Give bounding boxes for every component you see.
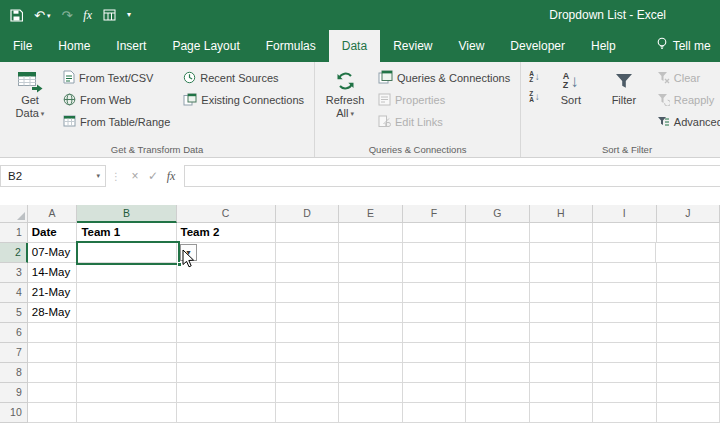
cell-D7[interactable] bbox=[276, 343, 339, 363]
cell-F5[interactable] bbox=[403, 303, 466, 323]
column-header-I[interactable]: I bbox=[593, 205, 656, 223]
row-header-6[interactable]: 6 bbox=[0, 323, 28, 343]
cell-H6[interactable] bbox=[530, 323, 593, 343]
customize-qat-icon[interactable]: ▾ bbox=[127, 11, 131, 19]
cell-A5[interactable]: 28-May bbox=[28, 303, 78, 323]
cell-H8[interactable] bbox=[530, 363, 593, 383]
name-box-caret-icon[interactable]: ▾ bbox=[96, 172, 105, 180]
cell-D5[interactable] bbox=[276, 303, 339, 323]
cell-J6[interactable] bbox=[657, 323, 720, 343]
tab-review[interactable]: Review bbox=[380, 30, 445, 62]
cell-B5[interactable] bbox=[77, 303, 176, 323]
cell-G3[interactable] bbox=[466, 263, 529, 283]
cell-E5[interactable] bbox=[339, 303, 402, 323]
column-header-H[interactable]: H bbox=[530, 205, 593, 223]
formula-bar-resizer[interactable]: ⋮ bbox=[106, 171, 126, 182]
tab-insert[interactable]: Insert bbox=[103, 30, 159, 62]
cell-C1[interactable]: Team 2 bbox=[177, 223, 276, 243]
cell-I7[interactable] bbox=[593, 343, 656, 363]
cell-H4[interactable] bbox=[530, 283, 593, 303]
cell-F9[interactable] bbox=[403, 383, 466, 403]
cell-E10[interactable] bbox=[339, 403, 402, 423]
from-web-button[interactable]: From Web bbox=[58, 89, 175, 111]
cell-A6[interactable] bbox=[28, 323, 78, 343]
insert-function-button[interactable]: fx bbox=[162, 169, 180, 184]
column-header-D[interactable]: D bbox=[276, 205, 339, 223]
cell-A8[interactable] bbox=[28, 363, 78, 383]
cell-G2[interactable] bbox=[466, 243, 529, 263]
cell-B2[interactable] bbox=[77, 243, 176, 263]
cell-B6[interactable] bbox=[77, 323, 176, 343]
insert-function-qat-icon[interactable]: fx bbox=[83, 9, 92, 21]
cell-A2[interactable]: 07-May bbox=[28, 243, 78, 263]
tab-data[interactable]: Data bbox=[329, 30, 380, 62]
from-text-csv-button[interactable]: From Text/CSV bbox=[58, 67, 175, 89]
cell-I10[interactable] bbox=[593, 403, 656, 423]
cell-A10[interactable] bbox=[28, 403, 78, 423]
cell-G1[interactable] bbox=[466, 223, 529, 243]
cell-E6[interactable] bbox=[339, 323, 402, 343]
tab-tell-me[interactable]: Tell me bbox=[643, 30, 720, 62]
cell-D6[interactable] bbox=[276, 323, 339, 343]
cell-I4[interactable] bbox=[593, 283, 656, 303]
cell-F4[interactable] bbox=[403, 283, 466, 303]
row-header-3[interactable]: 3 bbox=[0, 263, 28, 283]
cell-J5[interactable] bbox=[657, 303, 720, 323]
cell-I5[interactable] bbox=[593, 303, 656, 323]
row-header-7[interactable]: 7 bbox=[0, 343, 28, 363]
refresh-all-button[interactable]: Refresh All▾ bbox=[320, 65, 370, 120]
queries-connections-button[interactable]: Queries & Connections bbox=[373, 67, 515, 89]
cell-J10[interactable] bbox=[657, 403, 720, 423]
cell-D8[interactable] bbox=[276, 363, 339, 383]
cell-A1[interactable]: Date bbox=[28, 223, 78, 243]
cell-I1[interactable] bbox=[593, 223, 656, 243]
cell-J3[interactable] bbox=[657, 263, 720, 283]
cell-G4[interactable] bbox=[466, 283, 529, 303]
cell-G10[interactable] bbox=[466, 403, 529, 423]
cell-B7[interactable] bbox=[77, 343, 176, 363]
row-header-10[interactable]: 10 bbox=[0, 403, 28, 423]
cell-E7[interactable] bbox=[339, 343, 402, 363]
cell-I8[interactable] bbox=[593, 363, 656, 383]
cell-D1[interactable] bbox=[276, 223, 339, 243]
cell-D10[interactable] bbox=[276, 403, 339, 423]
cell-G8[interactable] bbox=[466, 363, 529, 383]
cell-J7[interactable] bbox=[657, 343, 720, 363]
cell-I6[interactable] bbox=[593, 323, 656, 343]
sort-ascending-button[interactable]: AZ ↓ bbox=[526, 67, 543, 87]
cell-F2[interactable] bbox=[403, 243, 466, 263]
cell-A3[interactable]: 14-May bbox=[28, 263, 78, 283]
column-header-F[interactable]: F bbox=[403, 205, 466, 223]
tab-page-layout[interactable]: Page Layout bbox=[159, 30, 252, 62]
get-data-button[interactable]: Get Data▾ bbox=[5, 65, 55, 120]
cell-J4[interactable] bbox=[657, 283, 720, 303]
cell-E9[interactable] bbox=[339, 383, 402, 403]
cell-H10[interactable] bbox=[530, 403, 593, 423]
cell-F7[interactable] bbox=[403, 343, 466, 363]
cell-I2[interactable] bbox=[593, 243, 656, 263]
cell-G7[interactable] bbox=[466, 343, 529, 363]
column-header-J[interactable]: J bbox=[657, 205, 720, 223]
column-header-C[interactable]: C bbox=[177, 205, 276, 223]
row-header-1[interactable]: 1 bbox=[0, 223, 28, 243]
cell-B3[interactable] bbox=[77, 263, 176, 283]
cell-E8[interactable] bbox=[339, 363, 402, 383]
cell-J2[interactable] bbox=[656, 243, 719, 263]
cell-B10[interactable] bbox=[77, 403, 176, 423]
cell-J8[interactable] bbox=[657, 363, 720, 383]
cell-B1[interactable]: Team 1 bbox=[77, 223, 176, 243]
tab-view[interactable]: View bbox=[446, 30, 498, 62]
sort-button[interactable]: AZ ↓ Sort bbox=[546, 65, 596, 107]
cell-F6[interactable] bbox=[403, 323, 466, 343]
undo-caret-icon[interactable]: ▾ bbox=[47, 12, 51, 19]
cell-G6[interactable] bbox=[466, 323, 529, 343]
cell-C9[interactable] bbox=[177, 383, 276, 403]
cell-H1[interactable] bbox=[530, 223, 593, 243]
cell-I9[interactable] bbox=[593, 383, 656, 403]
cell-B8[interactable] bbox=[77, 363, 176, 383]
cell-D9[interactable] bbox=[276, 383, 339, 403]
cell-E3[interactable] bbox=[339, 263, 402, 283]
column-header-A[interactable]: A bbox=[28, 205, 78, 223]
cell-G9[interactable] bbox=[466, 383, 529, 403]
tab-file[interactable]: File bbox=[0, 30, 45, 62]
